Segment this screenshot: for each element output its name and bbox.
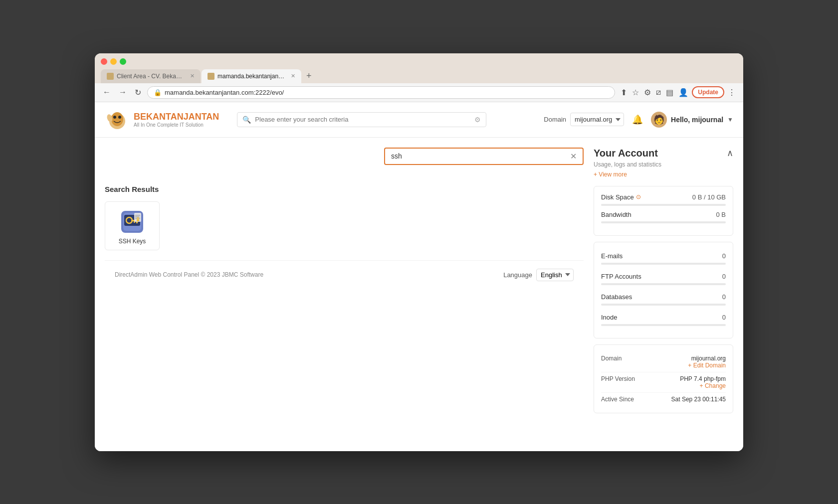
bandwidth-value: 0 B: [716, 211, 726, 218]
app-header: BEKANTANJANTAN All In One Complete IT So…: [95, 102, 743, 138]
panel-header: Your Account: [594, 148, 733, 159]
disk-space-value: 0 B / 10 GB: [692, 193, 726, 201]
user-greeting: Hello,: [671, 116, 690, 124]
results-grid: SSH Keys: [105, 201, 584, 250]
logo-brand-part2: JANTAN: [184, 112, 219, 122]
svg-rect-13: [135, 215, 140, 216]
header-search-input[interactable]: [255, 116, 470, 123]
disk-bandwidth-card: Disk Space ⊙ 0 B / 10 GB Bandwidth 0 B: [594, 186, 733, 236]
bookmark-icon[interactable]: ☆: [630, 86, 640, 99]
lock-icon: 🔒: [154, 89, 162, 96]
domain-label: Domain: [544, 116, 566, 123]
edit-domain-link[interactable]: + Edit Domain: [688, 362, 726, 369]
ftp-bar: [601, 283, 726, 285]
domain-selector: Domain mijournal.org: [544, 113, 624, 126]
php-change-link[interactable]: + Change: [680, 382, 726, 389]
ftp-row: FTP Accounts 0: [601, 270, 726, 283]
logo-brand-part1: BEKANTAN: [134, 112, 184, 122]
tab-2[interactable]: mamanda.bekantanjantan.com... ✕: [202, 69, 301, 83]
bandwidth-row: Bandwidth 0 B: [601, 211, 726, 218]
tab-2-close[interactable]: ✕: [291, 73, 295, 79]
ftp-label: FTP Accounts: [601, 273, 641, 280]
databases-bar: [601, 304, 726, 306]
update-button[interactable]: Update: [692, 86, 724, 98]
domain-select[interactable]: mijournal.org: [570, 113, 624, 126]
emails-row: E-mails 0: [601, 249, 726, 263]
user-avatar: 🧑: [651, 112, 667, 128]
panel-title: Your Account: [594, 148, 658, 159]
logo-text: BEKANTANJANTAN All In One Complete IT So…: [134, 112, 219, 128]
footer-language: Language English: [503, 269, 574, 281]
maximize-window-button[interactable]: [120, 58, 126, 65]
php-info-value: PHP 7.4 php-fpm: [680, 375, 726, 382]
header-search[interactable]: 🔍 ⚙: [237, 112, 486, 127]
address-bar[interactable]: 🔒 mamanda.bekantanjantan.com:2222/evo/: [147, 86, 615, 99]
right-panel: Your Account Usage, logs and statistics …: [594, 148, 733, 413]
search-clear-button[interactable]: ✕: [570, 152, 577, 161]
disk-info-icon: ⊙: [636, 193, 641, 200]
svg-rect-16: [137, 219, 139, 221]
logo-brand: BEKANTANJANTAN: [134, 112, 219, 122]
header-right: Domain mijournal.org 🔔 🧑 Hello, mijourna…: [544, 112, 733, 128]
new-tab-button[interactable]: +: [302, 69, 316, 83]
tab-1-title: Client Area - CV. Bekantan Jan...: [117, 73, 185, 80]
tab-1-close[interactable]: ✕: [190, 73, 195, 79]
disk-space-row: Disk Space ⊙ 0 B / 10 GB: [601, 193, 726, 201]
window-controls: [101, 58, 737, 65]
svg-point-3: [118, 116, 121, 119]
databases-label: Databases: [601, 293, 632, 301]
extensions-icon[interactable]: ⧄: [654, 86, 662, 98]
user-area[interactable]: 🧑 Hello, mijournal ▼: [651, 112, 733, 128]
language-select[interactable]: English: [536, 269, 574, 281]
emails-label: E-mails: [601, 252, 623, 260]
toolbar-actions: ⬆ ☆ ⚙ ⧄ ▤ 👤 Update ⋮: [619, 86, 737, 99]
user-dropdown-icon[interactable]: ▼: [727, 116, 733, 123]
logo-tagline: All In One Complete IT Solution: [134, 122, 219, 128]
view-more-link[interactable]: + View more: [594, 171, 733, 178]
bandwidth-bar: [601, 221, 726, 223]
minimize-window-button[interactable]: [110, 58, 117, 65]
browser-titlebar: Client Area - CV. Bekantan Jan... ✕ mama…: [95, 53, 743, 83]
inode-value: 0: [722, 314, 726, 321]
emails-value: 0: [722, 252, 726, 260]
inode-row: Inode 0: [601, 311, 726, 324]
more-icon[interactable]: ⋮: [726, 86, 737, 99]
footer-copyright: DirectAdmin Web Control Panel © 2023 JBM…: [115, 271, 263, 278]
profile-icon[interactable]: 👤: [677, 86, 690, 99]
result-card-ssh-keys[interactable]: SSH Keys: [105, 201, 160, 250]
logo-area: BEKANTANJANTAN All In One Complete IT So…: [105, 107, 219, 132]
main-content: ✕ Search Results: [95, 138, 743, 423]
ftp-value: 0: [722, 273, 726, 280]
share-icon[interactable]: ⬆: [619, 86, 628, 99]
close-window-button[interactable]: [101, 58, 107, 65]
tab-1-favicon: [107, 73, 114, 80]
emails-bar: [601, 263, 726, 265]
search-bar-large[interactable]: ✕: [384, 148, 584, 165]
back-button[interactable]: ←: [101, 87, 113, 98]
forward-button[interactable]: →: [117, 87, 129, 98]
search-settings-icon[interactable]: ⚙: [474, 116, 481, 124]
active-since-value: Sat Sep 23 00:11:45: [671, 396, 726, 403]
ssh-keys-icon: [120, 210, 144, 234]
panel-collapse-button[interactable]: [727, 148, 733, 159]
tab-2-title: mamanda.bekantanjantan.com...: [217, 73, 286, 80]
url-text: mamanda.bekantanjantan.com:2222/evo/: [165, 89, 609, 96]
databases-value: 0: [722, 293, 726, 301]
active-since-label: Active Since: [601, 396, 634, 403]
search-area: ✕ Search Results: [105, 148, 584, 413]
reload-button[interactable]: ↻: [133, 87, 143, 98]
tab-1[interactable]: Client Area - CV. Bekantan Jan... ✕: [101, 69, 201, 83]
sidebar-toggle-icon[interactable]: ▤: [664, 86, 675, 99]
notification-bell-icon[interactable]: 🔔: [632, 114, 643, 125]
php-info-row: PHP Version PHP 7.4 php-fpm + Change: [601, 372, 726, 393]
inode-bar: [601, 324, 726, 326]
disk-space-label: Disk Space ⊙: [601, 193, 641, 201]
php-info-label: PHP Version: [601, 375, 635, 382]
tab-2-favicon: [208, 73, 214, 80]
search-icon: 🔍: [242, 116, 251, 124]
search-input-large[interactable]: [391, 152, 566, 160]
settings-icon[interactable]: ⚙: [642, 86, 652, 99]
user-name: Hello, mijournal: [671, 116, 723, 124]
language-label: Language: [503, 271, 532, 279]
svg-point-2: [113, 116, 116, 119]
